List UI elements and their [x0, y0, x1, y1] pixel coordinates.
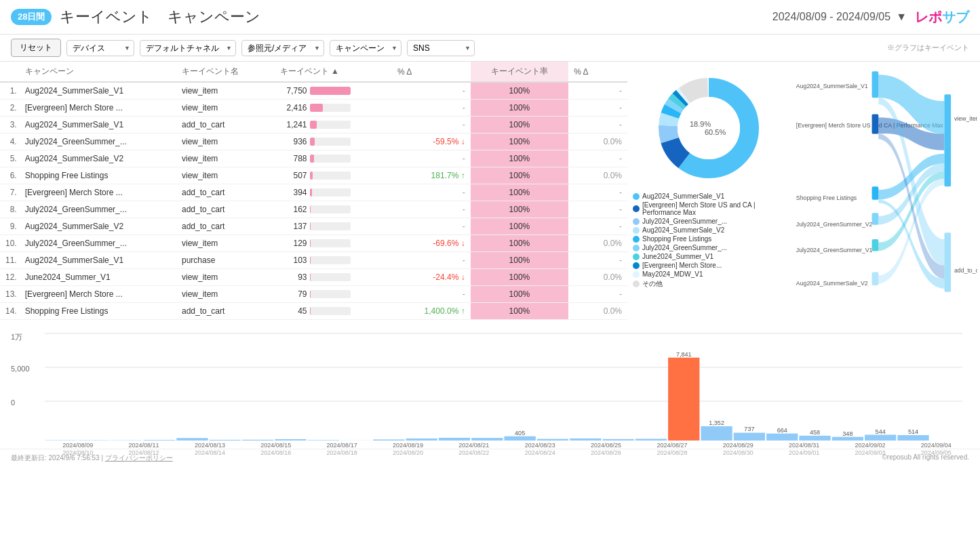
bar-segment [471, 438, 503, 441]
legend-item: Aug2024_SummerSale_V1 [633, 192, 785, 201]
row-count: 2,416 [275, 100, 392, 117]
row-event: view_item [176, 286, 275, 303]
bar-segment [635, 438, 667, 441]
table-row[interactable]: 9. Aug2024_SummerSale_V2 add_to_cart 137… [0, 218, 627, 235]
table-row[interactable]: 14. Shopping Free Listings add_to_cart 4… [0, 303, 627, 320]
row-campaign: July2024_GreenSummer_... [20, 201, 176, 218]
table-area: キャンペーン キーイベント名 キーイベント ▲ % Δ キーイベント率 % Δ … [0, 62, 627, 327]
svg-text:737: 737 [744, 426, 754, 433]
bar-segment [668, 358, 699, 441]
device-filter[interactable]: デバイス [66, 40, 134, 56]
x-label: 2024/08/09 [45, 442, 111, 449]
row-delta2: - [568, 100, 627, 117]
date-dropdown[interactable]: ▼ [896, 11, 907, 23]
row-campaign: July2024_GreenSummer_... [20, 235, 176, 252]
row-campaign: June2024_Summer_V1 [20, 269, 176, 286]
row-delta1: -24.4% ↓ [392, 269, 471, 286]
channel-filter-wrap: デフォルトチャネル [140, 40, 236, 56]
table-row[interactable]: 13. [Evergreen] Merch Store ... view_ite… [0, 286, 627, 303]
row-delta2: 0.0% [568, 167, 627, 184]
row-rate: 100% [471, 150, 569, 167]
x-label: 2024/08/15 [243, 442, 309, 449]
donut-section: 18.9% 60.5% Aug2024_SummerSale_V1[Evergr… [627, 62, 790, 327]
row-delta1: - [392, 117, 471, 134]
row-campaign: [Evergreen] Merch Store ... [20, 100, 176, 117]
bar-segment [766, 434, 798, 441]
table-row[interactable]: 10. July2024_GreenSummer_... view_item 1… [0, 235, 627, 252]
row-event: view_item [176, 269, 275, 286]
x-label-sub: 2024/08/30 [705, 449, 771, 456]
row-count: 45 [275, 303, 392, 320]
table-row[interactable]: 7. [Evergreen] Merch Store ... add_to_ca… [0, 184, 627, 201]
table-row[interactable]: 12. June2024_Summer_V1 view_item 93 -24.… [0, 269, 627, 286]
x-label: 2024/08/25 [573, 442, 639, 449]
bar-segment [897, 435, 928, 441]
row-count: 93 [275, 269, 392, 286]
x-label-sub: 2024/09/03 [837, 449, 903, 456]
legend-item: [Evergreen] Merch Store US and CA | Perf… [633, 201, 785, 217]
row-delta2: 0.0% [568, 134, 627, 150]
bar-segment [602, 439, 633, 441]
table-row[interactable]: 4. July2024_GreenSummer_... view_item 93… [0, 134, 627, 150]
y-label-0: 0 [11, 399, 15, 407]
table-row[interactable]: 1. Aug2024_SummerSale_V1 view_item 7,750… [0, 82, 627, 100]
col-event-count[interactable]: キーイベント ▲ [275, 62, 392, 82]
svg-text:July2024_GreenSummer_V2: July2024_GreenSummer_V2 [796, 221, 873, 228]
bar-segment [832, 437, 863, 441]
row-rank: 12. [0, 269, 20, 286]
y-label-10k: 1万 [11, 332, 22, 342]
x-label: 2024/08/23 [507, 442, 573, 449]
page-title: キーイベント キャンペーン [60, 7, 772, 27]
sns-filter-wrap: SNS [407, 40, 475, 56]
x-label-sub: 2024/08/18 [309, 449, 374, 456]
table-row[interactable]: 6. Shopping Free Listings view_item 507 … [0, 167, 627, 184]
legend-item: Shopping Free Listings [633, 234, 785, 243]
row-event: view_item [176, 150, 275, 167]
row-rank: 10. [0, 235, 20, 252]
table-row[interactable]: 5. Aug2024_SummerSale_V2 view_item 788 -… [0, 150, 627, 167]
svg-rect-22 [872, 114, 879, 134]
row-delta1: 181.7% ↑ [392, 167, 471, 184]
svg-text:view_item: view_item [954, 115, 977, 122]
referral-filter[interactable]: 参照元/メディア [241, 40, 324, 56]
row-event: add_to_cart [176, 184, 275, 201]
y-label-5k: 5,000 [11, 365, 30, 373]
campaign-filter[interactable]: キャンペーン [330, 40, 401, 56]
legend-item: June2024_Summer_V1 [633, 252, 785, 261]
svg-rect-25 [872, 239, 879, 251]
row-count: 7,750 [275, 82, 392, 100]
row-rank: 6. [0, 167, 20, 184]
svg-text:7,841: 7,841 [676, 351, 692, 358]
svg-rect-24 [872, 213, 879, 224]
reset-button[interactable]: リセット [11, 39, 61, 57]
svg-rect-26 [872, 272, 879, 285]
row-campaign: Aug2024_SummerSale_V1 [20, 117, 176, 134]
svg-text:544: 544 [876, 428, 886, 435]
row-rank: 9. [0, 218, 20, 235]
row-delta2: 0.0% [568, 235, 627, 252]
table-row[interactable]: 3. Aug2024_SummerSale_V1 add_to_cart 1,2… [0, 117, 627, 134]
table-row[interactable]: 11. Aug2024_SummerSale_V1 purchase 103 -… [0, 252, 627, 269]
row-count: 137 [275, 218, 392, 235]
legend-item: その他 [633, 279, 785, 289]
date-range: 2024/08/09 - 2024/09/05 [772, 11, 890, 23]
bar-segment [373, 439, 404, 441]
row-count: 394 [275, 184, 392, 201]
referral-filter-wrap: 参照元/メディア [241, 40, 324, 56]
row-rate: 100% [471, 303, 569, 320]
channel-filter[interactable]: デフォルトチャネル [140, 40, 236, 56]
col-campaign: キャンペーン [20, 62, 176, 82]
legend-item: May2024_MDW_V1 [633, 270, 785, 279]
sns-filter[interactable]: SNS [407, 40, 475, 56]
row-delta1: -69.6% ↓ [392, 235, 471, 252]
row-rank: 7. [0, 184, 20, 201]
bar-segment [865, 435, 896, 441]
table-row[interactable]: 8. July2024_GreenSummer_... add_to_cart … [0, 201, 627, 218]
table-row[interactable]: 2. [Evergreen] Merch Store ... view_item… [0, 100, 627, 117]
bar-segment [537, 439, 568, 441]
row-rate: 100% [471, 117, 569, 134]
svg-text:add_to_cart: add_to_cart [954, 267, 977, 274]
row-event: purchase [176, 252, 275, 269]
row-rank: 4. [0, 134, 20, 150]
bar-segment [505, 436, 536, 441]
